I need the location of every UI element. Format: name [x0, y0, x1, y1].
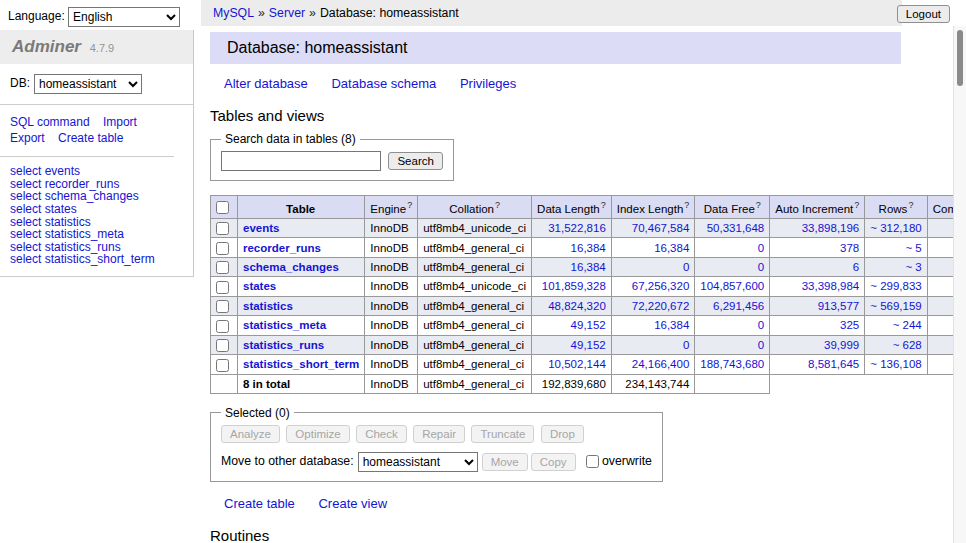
- select-all-checkbox[interactable]: [216, 201, 229, 214]
- table-name-link[interactable]: events: [243, 222, 279, 234]
- rows-estimate-link[interactable]: ~ 5: [905, 242, 921, 254]
- overwrite-checkbox[interactable]: [586, 455, 599, 468]
- auto-increment-cell: 325: [770, 316, 865, 335]
- sidebar-action-link[interactable]: Export: [10, 131, 45, 145]
- row-checkbox[interactable]: [216, 320, 229, 333]
- help-link[interactable]: ?: [854, 200, 859, 210]
- help-link[interactable]: ?: [908, 200, 913, 210]
- index-length-link[interactable]: 0: [683, 261, 689, 273]
- data-free-link[interactable]: 0: [758, 339, 764, 351]
- row-checkbox[interactable]: [216, 261, 229, 274]
- auto-increment-link[interactable]: 325: [840, 319, 859, 331]
- table-name-link[interactable]: recorder_runs: [243, 242, 321, 254]
- rows-estimate-link[interactable]: ~ 299,833: [870, 280, 921, 292]
- sidebar-action-link[interactable]: Import: [103, 115, 137, 129]
- table-name-link[interactable]: statistics: [243, 300, 293, 312]
- search-input[interactable]: [221, 151, 381, 171]
- selected-action-button[interactable]: Check: [356, 425, 407, 443]
- data-length-link[interactable]: 10,502,144: [548, 358, 606, 370]
- data-free-link[interactable]: 0: [758, 261, 764, 273]
- database-action-link[interactable]: Database schema: [331, 76, 436, 91]
- rows-estimate-link[interactable]: ~ 312,180: [870, 222, 921, 234]
- index-length-link[interactable]: 70,467,584: [632, 222, 690, 234]
- search-button[interactable]: Search: [388, 152, 442, 170]
- create-link[interactable]: Create table: [224, 496, 295, 511]
- auto-increment-link[interactable]: 33,898,196: [802, 222, 860, 234]
- db-select[interactable]: homeassistant: [34, 74, 142, 94]
- auto-increment-link[interactable]: 6: [853, 261, 859, 273]
- data-length-link[interactable]: 49,152: [571, 339, 606, 351]
- index-length-link[interactable]: 16,384: [654, 242, 689, 254]
- data-free-link[interactable]: 50,331,648: [707, 222, 765, 234]
- help-link[interactable]: ?: [684, 200, 689, 210]
- selected-action-button[interactable]: Analyze: [221, 425, 280, 443]
- sidebar-table-link[interactable]: select statistics_short_term: [10, 253, 183, 266]
- index-length-link[interactable]: 67,256,320: [632, 280, 690, 292]
- rows-estimate-link[interactable]: ~ 628: [893, 339, 922, 351]
- rows-estimate-link[interactable]: ~ 244: [893, 319, 922, 331]
- row-checkbox[interactable]: [216, 222, 229, 235]
- data-length-link[interactable]: 48,824,320: [548, 300, 606, 312]
- auto-increment-link[interactable]: 8,581,645: [808, 358, 859, 370]
- help-link[interactable]: ?: [756, 200, 761, 210]
- scrollbar[interactable]: [953, 26, 966, 543]
- adminer-brand-link[interactable]: Adminer: [12, 37, 81, 56]
- index-length-link[interactable]: 16,384: [654, 319, 689, 331]
- auto-increment-link[interactable]: 913,577: [818, 300, 860, 312]
- sidebar-action-link[interactable]: SQL command: [10, 115, 90, 129]
- row-checkbox[interactable]: [216, 281, 229, 294]
- data-length-link[interactable]: 16,384: [571, 242, 606, 254]
- data-free-link[interactable]: 6,291,456: [713, 300, 764, 312]
- data-free-link[interactable]: 0: [758, 319, 764, 331]
- sidebar-table-link[interactable]: select events: [10, 165, 183, 178]
- auto-increment-link[interactable]: 33,398,984: [802, 280, 860, 292]
- auto-increment-link[interactable]: 39,999: [824, 339, 859, 351]
- row-checkbox[interactable]: [216, 242, 229, 255]
- auto-increment-link[interactable]: 378: [840, 242, 859, 254]
- data-length-link[interactable]: 101,859,328: [542, 280, 606, 292]
- row-checkbox[interactable]: [216, 339, 229, 352]
- help-link[interactable]: ?: [407, 200, 412, 210]
- rows-estimate-link[interactable]: ~ 569,159: [870, 300, 921, 312]
- rows-estimate-link[interactable]: ~ 136,108: [870, 358, 921, 370]
- table-name-link[interactable]: statistics_meta: [243, 319, 326, 331]
- copy-button[interactable]: Copy: [531, 453, 576, 471]
- selected-action-button[interactable]: Repair: [413, 425, 465, 443]
- move-db-select[interactable]: homeassistant: [358, 452, 478, 472]
- sidebar-table-link[interactable]: select states: [10, 203, 183, 216]
- database-action-link[interactable]: Alter database: [224, 76, 308, 91]
- index-length-link[interactable]: 72,220,672: [632, 300, 690, 312]
- data-length-link[interactable]: 31,522,816: [548, 222, 606, 234]
- sidebar-table-link[interactable]: select statistics_meta: [10, 228, 183, 241]
- selected-action-button[interactable]: Drop: [541, 425, 584, 443]
- selected-action-button[interactable]: Truncate: [471, 425, 534, 443]
- table-name-link[interactable]: schema_changes: [243, 261, 339, 273]
- rows-cell: ~ 299,833: [865, 277, 927, 296]
- language-select[interactable]: English: [68, 7, 180, 27]
- data-length-link[interactable]: 16,384: [571, 261, 606, 273]
- index-length-link[interactable]: 24,166,400: [632, 358, 690, 370]
- index-length-link[interactable]: 0: [683, 339, 689, 351]
- selected-action-button[interactable]: Optimize: [286, 425, 349, 443]
- scrollbar-thumb[interactable]: [957, 30, 963, 86]
- breadcrumb-mysql-link[interactable]: MySQL: [213, 6, 254, 20]
- data-free-link[interactable]: 104,857,600: [700, 280, 764, 292]
- rows-estimate-link[interactable]: ~ 3: [905, 261, 921, 273]
- table-name-link[interactable]: statistics_runs: [243, 339, 324, 351]
- create-link[interactable]: Create view: [318, 496, 387, 511]
- sidebar-action-link[interactable]: Create table: [58, 131, 123, 145]
- move-button[interactable]: Move: [482, 453, 528, 471]
- data-length-link[interactable]: 49,152: [571, 319, 606, 331]
- data-free-link[interactable]: 188,743,680: [700, 358, 764, 370]
- total-data-free-cell: [695, 374, 770, 393]
- breadcrumb-server-link[interactable]: Server: [269, 6, 305, 20]
- row-checkbox[interactable]: [216, 300, 229, 313]
- row-checkbox[interactable]: [216, 359, 229, 372]
- data-free-link[interactable]: 0: [758, 242, 764, 254]
- table-name-link[interactable]: states: [243, 280, 276, 292]
- help-link[interactable]: ?: [495, 200, 500, 210]
- logout-button[interactable]: Logout: [897, 5, 950, 23]
- help-link[interactable]: ?: [601, 200, 606, 210]
- table-name-link[interactable]: statistics_short_term: [243, 358, 359, 370]
- database-action-link[interactable]: Privileges: [460, 76, 516, 91]
